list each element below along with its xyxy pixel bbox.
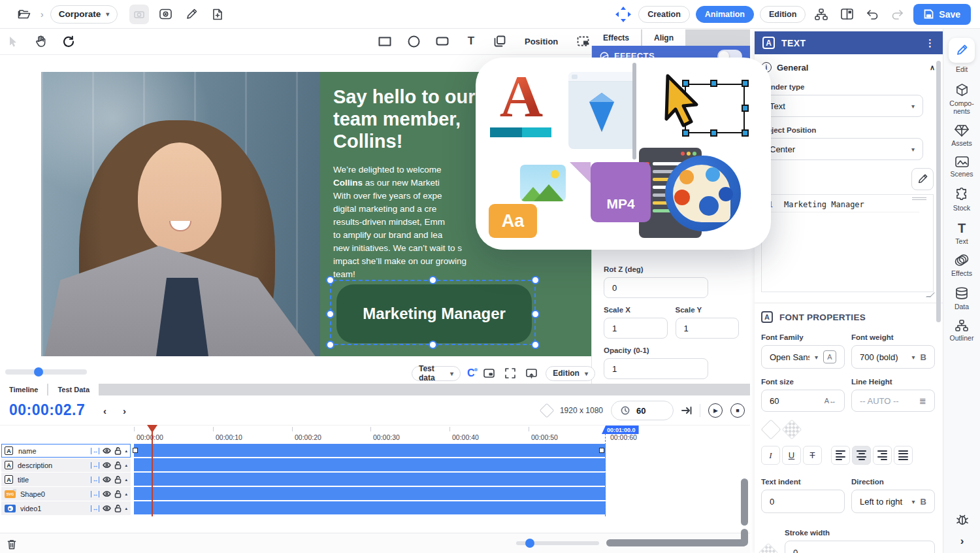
panel-scrollbar[interactable]	[936, 61, 941, 322]
fullscreen-icon[interactable]	[502, 364, 517, 382]
line-height-input[interactable]: -- AUTO -- ≣	[851, 390, 935, 412]
keyframe-diamond-icon[interactable]	[540, 403, 555, 418]
pan-hand-tool[interactable]	[31, 32, 50, 50]
editor-resize-handle[interactable]	[926, 293, 935, 297]
track-bar-name[interactable]	[134, 444, 606, 457]
play-button[interactable]: ▶	[708, 403, 723, 418]
resize-handle-sw[interactable]	[326, 341, 335, 349]
duplicate-tool[interactable]	[491, 32, 509, 50]
collapse-panel-chevron[interactable]: ›	[960, 535, 964, 548]
layout-panels-icon[interactable]	[837, 6, 857, 23]
font-family-select[interactable]: Open Sans▾ A	[761, 345, 845, 369]
visibility-eye-icon[interactable]	[103, 491, 111, 497]
test-data-dropdown[interactable]: Test data▾	[412, 366, 461, 381]
new-file-icon[interactable]	[208, 6, 227, 23]
resize-handle-e[interactable]	[531, 310, 540, 318]
present-screen-icon[interactable]	[524, 364, 539, 382]
resize-handle-nw[interactable]	[326, 276, 335, 284]
delete-layer-trash-icon[interactable]	[3, 535, 21, 553]
render-type-select[interactable]: Text▾	[761, 95, 923, 117]
layer-row-shape0[interactable]: SVG Shape0 ↔ ▴	[1, 487, 131, 501]
layer-row-title[interactable]: A title ↔ ▴	[1, 473, 131, 486]
edit-code-pencil-button[interactable]	[911, 168, 934, 190]
resize-handle-ne[interactable]	[531, 276, 540, 284]
ellipse-tool[interactable]	[404, 32, 423, 50]
canvas-zoom-slider[interactable]	[5, 369, 87, 375]
text-code-editor[interactable]: 1 Marketing Manager	[761, 194, 934, 292]
keyframe-marker[interactable]	[133, 448, 138, 453]
layer-row-video1[interactable]: ▶ video1 ↔ ▴	[1, 501, 131, 515]
select-cursor-tool[interactable]	[4, 32, 22, 50]
tab-test-data[interactable]: Test Data	[48, 384, 99, 395]
open-folder-icon[interactable]	[14, 6, 34, 23]
stroke-width-input[interactable]: 0	[785, 541, 935, 553]
sidebar-item-data[interactable]: Data	[943, 287, 980, 311]
opacity-input[interactable]: 1	[604, 358, 708, 379]
lock-open-icon[interactable]	[114, 447, 122, 455]
sidebar-item-assets[interactable]: Assets	[943, 125, 980, 148]
track-bar-description[interactable]	[134, 458, 606, 471]
sidebar-item-edit[interactable]: Edit	[943, 38, 980, 74]
scalex-input[interactable]: 1	[604, 318, 668, 339]
sidebar-item-scenes[interactable]: Scenes	[943, 156, 980, 178]
align-center-button[interactable]	[852, 446, 871, 465]
zoom-slider-handle[interactable]	[34, 367, 43, 377]
edit-pencil-icon[interactable]	[182, 6, 201, 23]
object-position-select[interactable]: Center▾	[761, 138, 923, 160]
lock-open-icon[interactable]	[114, 490, 122, 498]
resize-handle-w[interactable]	[326, 310, 335, 318]
track-bar-title[interactable]	[134, 473, 606, 486]
position-label[interactable]: Position	[525, 37, 558, 46]
transparent-color-swatch[interactable]	[781, 419, 802, 439]
visibility-eye-icon[interactable]	[103, 505, 111, 511]
rotz-input[interactable]: 0	[604, 277, 708, 298]
lock-open-icon[interactable]	[114, 505, 122, 512]
track-bar-video1[interactable]	[134, 501, 606, 514]
project-dropdown[interactable]: Corporate ▾	[50, 5, 118, 24]
selected-text-element[interactable]: Marketing Manager	[330, 280, 536, 345]
fill-color-swatch[interactable]	[760, 419, 781, 439]
rectangle-tool[interactable]	[376, 32, 394, 50]
vertical-scrollbar[interactable]	[741, 478, 748, 526]
tab-align[interactable]: Align	[642, 29, 685, 46]
font-preview-button[interactable]: A	[823, 350, 836, 363]
track-bar-shape0[interactable]	[134, 487, 606, 500]
keyframe-marker[interactable]	[599, 448, 604, 453]
stop-button[interactable]: ■	[730, 403, 745, 418]
prev-frame-button[interactable]: ‹	[103, 405, 106, 416]
duration-input[interactable]: 60	[611, 401, 674, 420]
marquee-select-icon[interactable]	[574, 32, 592, 50]
font-weight-select[interactable]: 700 (bold)▾ B	[851, 345, 935, 369]
font-size-input[interactable]: 60 A↔	[761, 390, 845, 412]
undo-icon[interactable]	[862, 6, 882, 23]
fit-width-icon[interactable]: ↔	[91, 448, 99, 454]
resize-handle-se[interactable]	[531, 341, 540, 349]
node-graph-icon[interactable]	[811, 6, 831, 23]
general-section-header[interactable]: i General ∧	[761, 62, 935, 73]
italic-button[interactable]: I	[761, 446, 780, 465]
preview-eye-icon[interactable]	[155, 6, 175, 23]
playhead[interactable]	[147, 425, 157, 438]
sidebar-item-outliner[interactable]: Outliner	[943, 320, 980, 343]
timeline-zoom-handle[interactable]	[525, 539, 534, 548]
text-indent-input[interactable]: 0	[761, 490, 845, 513]
scaley-input[interactable]: 1	[676, 318, 740, 339]
skip-to-end-icon[interactable]	[681, 406, 692, 415]
caption-text[interactable]: Marketing Manager	[336, 284, 532, 343]
align-justify-button[interactable]	[894, 446, 913, 465]
underline-button[interactable]: U	[782, 446, 801, 465]
debug-bug-icon[interactable]	[956, 513, 969, 526]
lock-open-icon[interactable]	[114, 461, 122, 469]
text-tool[interactable]: T	[462, 32, 480, 50]
edition-dropdown[interactable]: Edition▾	[546, 366, 595, 381]
chevron-up-icon[interactable]: ∧	[930, 63, 935, 72]
align-left-button[interactable]	[831, 446, 850, 465]
horizontal-scrollbar[interactable]	[606, 539, 747, 546]
tab-timeline[interactable]: Timeline	[0, 384, 47, 395]
sidebar-item-text[interactable]: T Text	[943, 222, 980, 246]
lock-open-icon[interactable]	[114, 476, 122, 484]
save-button[interactable]: Save	[913, 4, 971, 25]
rounded-rect-tool[interactable]	[433, 32, 451, 50]
tab-creation[interactable]: Creation	[638, 6, 690, 23]
next-frame-button[interactable]: ›	[123, 405, 126, 416]
